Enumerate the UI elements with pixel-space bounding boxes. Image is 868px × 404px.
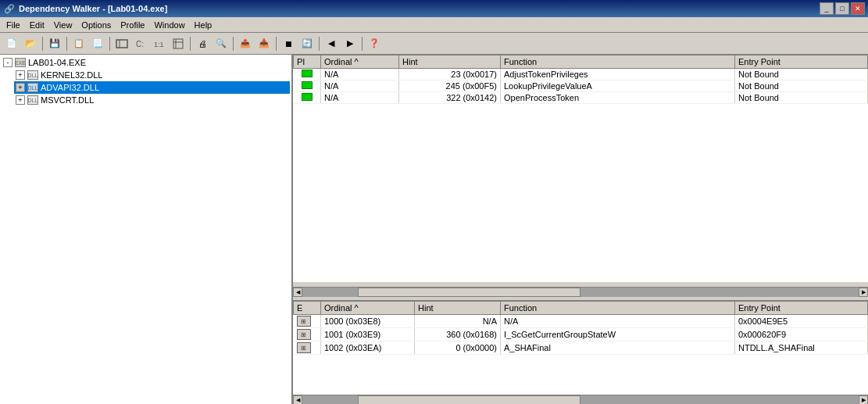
- toolbar-stop[interactable]: ⏹: [280, 35, 297, 52]
- e-cell: ⊞: [294, 328, 321, 341]
- toolbar-next[interactable]: ▶: [341, 35, 359, 52]
- table-row[interactable]: N/A23 (0x0017)AdjustTokenPrivilegesNot B…: [294, 69, 868, 80]
- bottom-hscroll-track[interactable]: [302, 395, 859, 405]
- msvcrt-toggle[interactable]: +: [16, 95, 25, 105]
- table-row[interactable]: N/A245 (0x00F5)LookupPrivilegeValueANot …: [294, 80, 868, 92]
- menu-options[interactable]: Options: [77, 19, 116, 31]
- top-hscrollbar[interactable]: ◀ ▶: [293, 287, 868, 296]
- toolbar-help[interactable]: ❓: [366, 35, 383, 52]
- msvcrt-icon: DLL: [27, 95, 39, 105]
- tree-advapi32[interactable]: + DLL ADVAPI32.DLL: [14, 81, 290, 94]
- hint-cell: N/A: [415, 315, 501, 328]
- toolbar-sep4: [190, 37, 191, 51]
- top-col-function[interactable]: Function: [501, 55, 735, 69]
- ordinal-cell: N/A: [321, 69, 399, 80]
- bottom-table: E Ordinal ^ Hint Function Entry Point ⊞1…: [293, 301, 868, 355]
- toolbar-b1[interactable]: [113, 35, 130, 52]
- function-cell: A_SHAFinal: [501, 341, 735, 355]
- table-row[interactable]: N/A322 (0x0142)OpenProcessTokenNot Bound: [294, 92, 868, 104]
- kernel32-toggle[interactable]: +: [16, 70, 25, 80]
- svg-rect-0: [116, 40, 127, 48]
- top-table-container: PI Ordinal ^ Hint Function Entry Point N…: [293, 55, 868, 287]
- toolbar-b4[interactable]: [170, 35, 187, 52]
- tree-panel: - EXE LAB01-04.EXE + DLL KERNEL32.DLL + …: [0, 55, 293, 404]
- top-hscroll-track[interactable]: [302, 288, 859, 297]
- root-module-icon: EXE: [14, 57, 27, 68]
- bottom-hscrollbar[interactable]: ◀ ▶: [293, 395, 868, 404]
- advapi32-label: ADVAPI32.DLL: [41, 83, 99, 92]
- menu-view[interactable]: View: [49, 19, 77, 31]
- title-bar-text: Dependency Walker - [Lab01-04.exe]: [19, 4, 820, 13]
- tree-msvcrt[interactable]: + DLL MSVCRT.DLL: [14, 94, 290, 106]
- entry-point-cell: NTDLL.A_SHAFinal: [735, 341, 868, 355]
- top-hscroll-left[interactable]: ◀: [293, 288, 302, 297]
- ordinal-cell: N/A: [321, 92, 399, 104]
- top-col-pi[interactable]: PI: [294, 55, 321, 69]
- top-col-hint[interactable]: Hint: [399, 55, 501, 69]
- hint-cell: 0 (0x0000): [415, 341, 501, 355]
- menu-help[interactable]: Help: [190, 19, 217, 31]
- toolbar-b2[interactable]: C:: [132, 35, 149, 52]
- toolbar-find[interactable]: 🔍: [213, 35, 230, 52]
- menu-window[interactable]: Window: [149, 19, 189, 31]
- toolbar-open[interactable]: 📂: [22, 35, 39, 52]
- tree-root[interactable]: - EXE LAB01-04.EXE: [2, 56, 290, 69]
- advapi32-toggle[interactable]: +: [16, 83, 25, 92]
- toolbar-sep5: [233, 37, 234, 51]
- toolbar-sep7: [319, 37, 320, 51]
- bottom-col-entrypoint[interactable]: Entry Point: [735, 302, 868, 315]
- toolbar-export[interactable]: 📤: [237, 35, 254, 52]
- toolbar-paste[interactable]: 📃: [89, 35, 106, 52]
- top-col-entrypoint[interactable]: Entry Point: [735, 55, 868, 69]
- toolbar-new[interactable]: 📄: [3, 35, 20, 52]
- e-cell: ⊞: [294, 341, 321, 355]
- toolbar-save[interactable]: 💾: [46, 35, 63, 52]
- toolbar-refresh[interactable]: 🔄: [298, 35, 316, 52]
- function-cell: AdjustTokenPrivileges: [501, 69, 735, 80]
- top-hscroll-thumb[interactable]: [358, 288, 580, 297]
- function-cell: OpenProcessToken: [501, 92, 735, 104]
- bottom-hscroll-left[interactable]: ◀: [293, 395, 302, 405]
- entry-point-cell: Not Bound: [735, 80, 868, 92]
- bottom-table-header: E Ordinal ^ Hint Function Entry Point: [294, 302, 868, 315]
- hint-cell: 322 (0x0142): [399, 92, 501, 104]
- toolbar: 📄 📂 💾 📋 📃 C: 1:1 🖨 🔍 📤 📥 ⏹ 🔄 ◀ ▶ ❓: [0, 33, 868, 55]
- table-row[interactable]: ⊞1001 (0x03E9)360 (0x0168)I_ScGetCurrent…: [294, 328, 868, 341]
- table-row[interactable]: ⊞1002 (0x03EA)0 (0x0000)A_SHAFinalNTDLL.…: [294, 341, 868, 355]
- entry-point-cell: 0x0004E9E5: [735, 315, 868, 328]
- dependency-tree: - EXE LAB01-04.EXE + DLL KERNEL32.DLL + …: [0, 55, 291, 108]
- toolbar-print[interactable]: 🖨: [194, 35, 211, 52]
- maximize-button[interactable]: □: [835, 2, 849, 15]
- bottom-col-hint[interactable]: Hint: [415, 302, 501, 315]
- menu-profile[interactable]: Profile: [116, 19, 149, 31]
- bottom-hscroll-right[interactable]: ▶: [859, 395, 868, 405]
- bottom-hscroll-thumb[interactable]: [358, 395, 580, 405]
- toolbar-b3[interactable]: 1:1: [151, 35, 168, 52]
- toolbar-prev[interactable]: ◀: [323, 35, 340, 52]
- top-col-ordinal[interactable]: Ordinal ^: [321, 55, 399, 69]
- main-content: - EXE LAB01-04.EXE + DLL KERNEL32.DLL + …: [0, 55, 868, 404]
- ordinal-cell: 1001 (0x03E9): [321, 328, 415, 341]
- entry-point-cell: 0x000620F9: [735, 328, 868, 341]
- minimize-button[interactable]: _: [820, 2, 834, 15]
- ordinal-cell: 1000 (0x03E8): [321, 315, 415, 328]
- menu-file[interactable]: File: [2, 19, 25, 31]
- toolbar-copy[interactable]: 📋: [70, 35, 88, 52]
- table-row[interactable]: ⊞1000 (0x03E8)N/AN/A0x0004E9E5: [294, 315, 868, 328]
- function-cell: N/A: [501, 315, 735, 328]
- close-button[interactable]: ✕: [851, 2, 865, 15]
- bottom-col-e[interactable]: E: [294, 302, 321, 315]
- root-toggle[interactable]: -: [3, 58, 13, 67]
- bottom-col-function[interactable]: Function: [501, 302, 735, 315]
- top-hscroll-right[interactable]: ▶: [859, 288, 868, 297]
- toolbar-import[interactable]: 📥: [255, 35, 273, 52]
- tree-kernel32[interactable]: + DLL KERNEL32.DLL: [14, 69, 290, 81]
- bottom-col-ordinal[interactable]: Ordinal ^: [321, 302, 415, 315]
- top-table-body: N/A23 (0x0017)AdjustTokenPrivilegesNot B…: [294, 69, 868, 104]
- menu-edit[interactable]: Edit: [25, 19, 49, 31]
- function-cell: LookupPrivilegeValueA: [501, 80, 735, 92]
- top-table-header: PI Ordinal ^ Hint Function Entry Point: [294, 55, 868, 69]
- toolbar-sep6: [276, 37, 277, 51]
- svg-text:C:: C:: [136, 40, 144, 48]
- entry-point-cell: Not Bound: [735, 69, 868, 80]
